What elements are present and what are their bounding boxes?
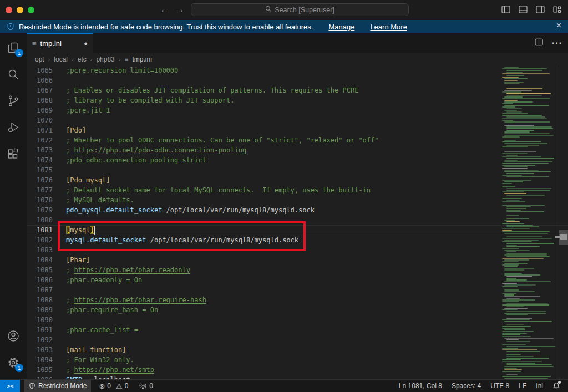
line-number: 1085: [27, 265, 66, 275]
back-button[interactable]: ←: [159, 4, 170, 14]
title-bar: ← → Search [Superuser]: [0, 0, 568, 20]
source-control-icon[interactable]: [7, 94, 20, 108]
line-content: [Phar]: [66, 255, 90, 265]
code-area[interactable]: 1065;pcre.recursion_limit=10000010661067…: [27, 65, 568, 379]
run-debug-icon[interactable]: [7, 121, 20, 134]
code-line[interactable]: 1070: [27, 115, 568, 125]
more-actions-icon[interactable]: ···: [552, 38, 562, 48]
code-line[interactable]: 1065;pcre.recursion_limit=100000: [27, 65, 568, 75]
toggle-panel-icon[interactable]: [519, 6, 528, 13]
extensions-icon[interactable]: [7, 147, 20, 161]
split-editor-icon[interactable]: [535, 38, 543, 48]
code-line[interactable]: 1069;pcre.jit=1: [27, 105, 568, 115]
learn-more-link[interactable]: Learn More: [370, 23, 407, 31]
line-number: 1088: [27, 295, 66, 305]
code-line[interactable]: 1073; https://php.net/pdo-odbc.connectio…: [27, 145, 568, 155]
line-number: 1080: [27, 215, 66, 225]
line-number: 1078: [27, 195, 66, 205]
code-line[interactable]: 1083: [27, 245, 568, 255]
eol-status[interactable]: LF: [519, 382, 526, 390]
code-line[interactable]: 1090: [27, 315, 568, 325]
code-line[interactable]: 1086;phar.readonly = On: [27, 275, 568, 285]
code-line[interactable]: 1081[mysql]: [27, 225, 568, 235]
toggle-secondary-sidebar-icon[interactable]: [536, 6, 545, 13]
language-mode-status[interactable]: Ini: [536, 382, 543, 390]
encoding-status[interactable]: UTF-8: [490, 382, 509, 390]
explorer-icon[interactable]: 1: [7, 41, 20, 54]
code-line[interactable]: 1068; library to be compiled with JIT su…: [27, 95, 568, 105]
breadcrumb-item[interactable]: opt: [35, 55, 44, 63]
code-line[interactable]: 1066: [27, 75, 568, 85]
line-content: ; https://php.net/pdo-odbc.connection-po…: [66, 145, 246, 155]
tab-tmp-ini[interactable]: ≡ tmp.ini ●: [27, 33, 93, 53]
line-number: 1084: [27, 255, 66, 265]
minimize-window-button[interactable]: [17, 7, 23, 13]
search-sidebar-icon[interactable]: [7, 68, 20, 81]
code-line[interactable]: 1077; Default socket name for local MySQ…: [27, 185, 568, 195]
ports-status[interactable]: 0: [135, 380, 158, 392]
line-number: 1092: [27, 335, 66, 345]
accounts-icon[interactable]: [7, 329, 20, 343]
problems-status[interactable]: ⊗ 0 ⚠ 0: [94, 380, 133, 392]
code-line[interactable]: 1085; https://php.net/phar.readonly: [27, 265, 568, 275]
editor-group: ≡ tmp.ini ● ··· opt› local› etc› php83› …: [27, 33, 568, 379]
code-line[interactable]: 1084[Phar]: [27, 255, 568, 265]
code-line[interactable]: 1096SMTP = localhost: [27, 375, 568, 379]
line-number: 1094: [27, 355, 66, 365]
code-line[interactable]: 1074;pdo_odbc.connection_pooling=strict: [27, 155, 568, 165]
remote-indicator[interactable]: ><: [0, 380, 20, 392]
notifications-bell-icon[interactable]: [552, 382, 560, 390]
warnings-count: 0: [125, 382, 129, 390]
breadcrumb-item[interactable]: etc: [78, 55, 87, 63]
traffic-lights: [6, 7, 34, 13]
line-number: 1079: [27, 205, 66, 215]
restricted-mode-status[interactable]: Restricted Mode: [24, 380, 91, 392]
close-window-button[interactable]: [6, 7, 12, 13]
code-line[interactable]: 1067; Enables or disables JIT compilatio…: [27, 85, 568, 95]
code-line[interactable]: 1072; Whether to pool ODBC connections. …: [27, 135, 568, 145]
line-number: 1075: [27, 165, 66, 175]
code-line[interactable]: 1093[mail function]: [27, 345, 568, 355]
errors-count: 0: [107, 382, 111, 390]
line-number: 1067: [27, 85, 66, 95]
command-center-search[interactable]: Search [Superuser]: [191, 3, 409, 16]
settings-gear-icon[interactable]: 1: [7, 356, 20, 369]
code-line[interactable]: 1075: [27, 165, 568, 175]
code-line[interactable]: 1082mysql.default_socket=/opt/local/var/…: [27, 235, 568, 245]
cursor-position-status[interactable]: Ln 1081, Col 8: [399, 382, 442, 390]
line-content: ;pcre.jit=1: [66, 105, 110, 115]
breadcrumb-item[interactable]: php83: [96, 55, 114, 63]
vscode-window: ← → Search [Superuser] R: [0, 0, 568, 392]
code-line[interactable]: 1078; MySQL defaults.: [27, 195, 568, 205]
code-line[interactable]: 1088; https://php.net/phar.require-hash: [27, 295, 568, 305]
code-line[interactable]: 1071[Pdo]: [27, 125, 568, 135]
restricted-mode-label: Restricted Mode: [38, 382, 87, 390]
line-number: 1091: [27, 325, 66, 335]
line-content: ; For Win32 only.: [66, 355, 134, 365]
line-content: mysql.default_socket=/opt/local/var/run/…: [66, 235, 298, 245]
code-line[interactable]: 1091;phar.cache_list =: [27, 325, 568, 335]
minimap[interactable]: [501, 65, 559, 379]
code-line[interactable]: 1087: [27, 285, 568, 295]
banner-close-icon[interactable]: ×: [556, 21, 561, 30]
code-line[interactable]: 1092: [27, 335, 568, 345]
forward-button[interactable]: →: [174, 4, 185, 14]
code-line[interactable]: 1076[Pdo_mysql]: [27, 175, 568, 185]
line-content: ; Enables or disables JIT compilation of…: [66, 85, 358, 95]
code-line[interactable]: 1089;phar.require_hash = On: [27, 305, 568, 315]
zoom-window-button[interactable]: [28, 7, 34, 13]
breadcrumb-item-file[interactable]: tmp.ini: [132, 55, 151, 63]
status-bar: >< Restricted Mode ⊗ 0 ⚠ 0 0 Ln 1081, Co…: [0, 379, 568, 392]
breadcrumb-item[interactable]: local: [54, 55, 68, 63]
line-number: 1077: [27, 185, 66, 195]
manage-link[interactable]: Manage: [328, 23, 354, 31]
line-number: 1076: [27, 175, 66, 185]
customize-layout-icon[interactable]: [553, 6, 561, 13]
code-line[interactable]: 1080: [27, 215, 568, 225]
code-line[interactable]: 1095; https://php.net/smtp: [27, 365, 568, 375]
toggle-primary-sidebar-icon[interactable]: [501, 6, 510, 13]
code-line[interactable]: 1094; For Win32 only.: [27, 355, 568, 365]
code-line[interactable]: 1079pdo_mysql.default_socket=/opt/local/…: [27, 205, 568, 215]
modified-dot-icon[interactable]: ●: [84, 40, 88, 47]
indentation-status[interactable]: Spaces: 4: [452, 382, 481, 390]
